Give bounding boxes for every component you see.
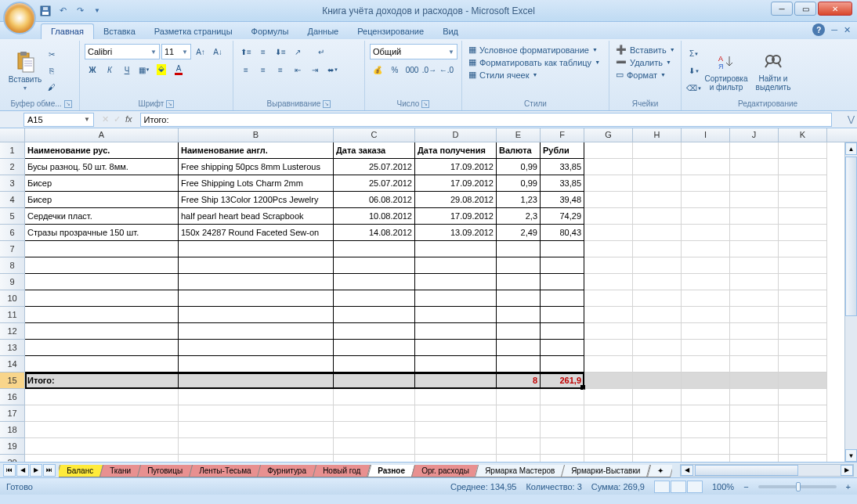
sheet-tab[interactable]: Ярмарка Мастеров [475, 465, 565, 477]
cell[interactable] [584, 192, 633, 208]
cell[interactable]: Валюта [497, 142, 541, 159]
cell[interactable] [584, 455, 633, 462]
cancel-formula-icon[interactable]: ✕ [102, 114, 109, 124]
shrink-font-icon[interactable]: A↓ [210, 44, 226, 59]
cell[interactable] [779, 405, 827, 422]
cell[interactable] [584, 225, 633, 241]
cell[interactable] [633, 455, 682, 462]
col-header-K[interactable]: K [779, 128, 827, 142]
cell[interactable] [179, 455, 334, 462]
fx-icon[interactable]: fx [125, 114, 132, 124]
sheet-tab[interactable]: Баланс [59, 465, 103, 477]
cell[interactable]: 150x 24287 Round Faceted Sew-on [179, 225, 334, 241]
cell[interactable] [730, 422, 779, 438]
cell[interactable] [682, 225, 730, 241]
cell[interactable]: 33,85 [541, 175, 584, 192]
cell[interactable] [730, 323, 779, 340]
cell[interactable] [334, 455, 415, 462]
cell[interactable] [541, 438, 584, 455]
cell[interactable] [415, 274, 497, 290]
cell[interactable] [633, 356, 682, 373]
cell[interactable] [25, 356, 179, 373]
cell[interactable] [179, 340, 334, 356]
align-left-icon[interactable]: ≡ [238, 62, 254, 77]
spreadsheet-grid[interactable]: ABCDEFGHIJK 1Наименование рус.Наименован… [0, 128, 857, 462]
cell[interactable] [730, 192, 779, 208]
cell[interactable] [779, 192, 827, 208]
cell[interactable] [541, 340, 584, 356]
cell[interactable] [633, 225, 682, 241]
cell[interactable]: Итого: [25, 373, 179, 389]
italic-button[interactable]: К [102, 62, 118, 77]
cell[interactable] [541, 274, 584, 290]
row-header[interactable]: 10 [0, 290, 25, 307]
cell[interactable] [334, 373, 415, 389]
cell[interactable] [682, 290, 730, 307]
cell[interactable] [633, 257, 682, 274]
name-box[interactable]: A15▼ [24, 113, 94, 127]
cell[interactable] [497, 389, 541, 405]
cell[interactable] [334, 422, 415, 438]
fill-color-icon[interactable]: ⬙ [154, 62, 169, 77]
cell[interactable] [497, 422, 541, 438]
cell[interactable] [682, 323, 730, 340]
cell[interactable]: 25.07.2012 [334, 175, 415, 192]
cell[interactable] [497, 307, 541, 323]
col-header-E[interactable]: E [497, 128, 541, 142]
cell[interactable] [633, 422, 682, 438]
decrease-decimal-icon[interactable]: ←.0 [439, 62, 454, 77]
cell[interactable]: 261,9 [541, 373, 584, 389]
format-cells-button[interactable]: ▭Формат ▼ [614, 69, 676, 81]
cell[interactable] [584, 422, 633, 438]
cell[interactable]: 74,29 [541, 208, 584, 225]
cell[interactable] [179, 405, 334, 422]
doc-close-icon[interactable]: ✕ [844, 25, 851, 35]
tab-data[interactable]: Данные [298, 24, 348, 39]
cell[interactable] [682, 356, 730, 373]
cell[interactable] [334, 290, 415, 307]
view-page-break-icon[interactable] [687, 481, 703, 493]
cell[interactable] [584, 356, 633, 373]
horizontal-scrollbar[interactable]: ◀ ▶ [680, 464, 854, 477]
cell[interactable] [633, 373, 682, 389]
cell[interactable] [415, 422, 497, 438]
cell[interactable] [779, 241, 827, 257]
sheet-tab[interactable]: Ткани [99, 465, 141, 477]
cell[interactable] [779, 438, 827, 455]
undo-icon[interactable]: ↶ [56, 5, 69, 17]
cell[interactable] [682, 373, 730, 389]
cell[interactable]: 10.08.2012 [334, 208, 415, 225]
cell[interactable] [497, 356, 541, 373]
cell[interactable] [779, 373, 827, 389]
col-header-J[interactable]: J [730, 128, 779, 142]
cell[interactable] [633, 208, 682, 225]
font-launcher-icon[interactable]: ↘ [166, 100, 174, 108]
scroll-down-icon[interactable]: ▼ [845, 449, 857, 462]
sheet-tab[interactable]: Ярмарки-Выставки [561, 465, 651, 477]
row-header[interactable]: 12 [0, 323, 25, 340]
underline-button[interactable]: Ч [119, 62, 135, 77]
cell[interactable] [179, 373, 334, 389]
bold-button[interactable]: Ж [85, 62, 100, 77]
grow-font-icon[interactable]: A↑ [193, 44, 208, 59]
row-header[interactable]: 20 [0, 455, 25, 462]
cell[interactable] [779, 340, 827, 356]
cell[interactable]: 17.09.2012 [415, 208, 497, 225]
cell[interactable] [779, 142, 827, 159]
cell[interactable] [730, 142, 779, 159]
cell[interactable] [584, 307, 633, 323]
currency-icon[interactable]: 💰 [370, 62, 385, 77]
cell[interactable] [584, 389, 633, 405]
cell[interactable] [497, 241, 541, 257]
cell[interactable] [682, 274, 730, 290]
cell[interactable] [730, 455, 779, 462]
cell[interactable]: 80,43 [541, 225, 584, 241]
cell[interactable]: Сердечки пласт. [25, 208, 179, 225]
cell[interactable]: 8 [497, 373, 541, 389]
tab-view[interactable]: Вид [433, 24, 468, 39]
cell[interactable] [334, 257, 415, 274]
cell[interactable] [730, 389, 779, 405]
cell[interactable] [779, 257, 827, 274]
cell[interactable] [584, 208, 633, 225]
cell[interactable] [730, 257, 779, 274]
